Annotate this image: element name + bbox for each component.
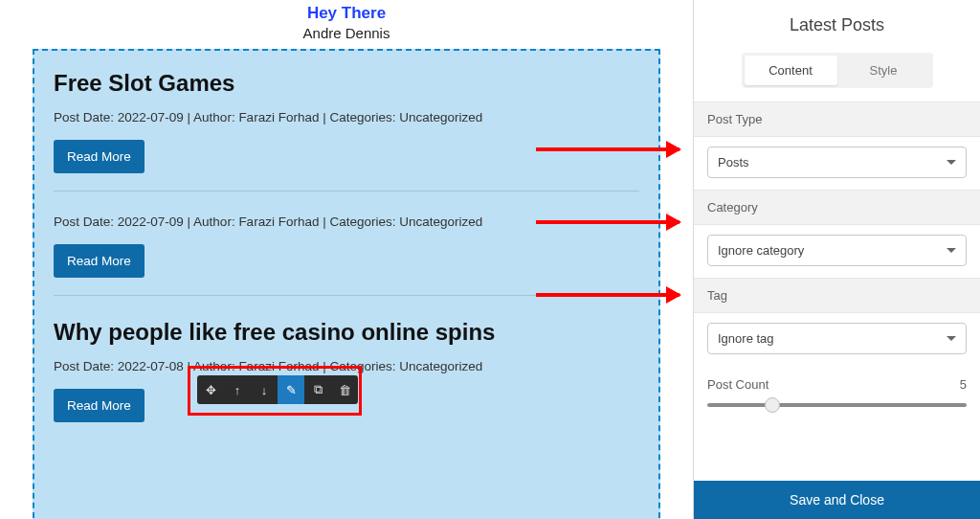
section-tag: Tag xyxy=(694,278,980,313)
section-category: Category xyxy=(694,190,980,225)
move-down-icon[interactable]: ↓ xyxy=(251,375,278,404)
post-count-value: 5 xyxy=(960,377,967,392)
duplicate-icon[interactable]: ⧉ xyxy=(304,375,331,404)
post-title: Why people like free casino online spins xyxy=(54,319,639,346)
chevron-down-icon xyxy=(947,336,956,341)
tab-content[interactable]: Content xyxy=(745,56,837,85)
page-author: Andre Dennis xyxy=(0,25,693,41)
category-value: Ignore category xyxy=(718,243,804,258)
tab-style[interactable]: Style xyxy=(837,56,930,85)
post-type-value: Posts xyxy=(718,155,749,169)
read-more-button[interactable]: Read More xyxy=(54,244,145,278)
post-item: Free Slot Games Post Date: 2022-07-09 | … xyxy=(54,70,639,192)
move-up-icon[interactable]: ↑ xyxy=(224,375,251,404)
chevron-down-icon xyxy=(947,248,956,253)
save-and-close-button[interactable]: Save and Close xyxy=(694,481,980,519)
settings-panel: Latest Posts Content Style Post Type Pos… xyxy=(693,0,980,519)
post-count-label: Post Count xyxy=(707,377,768,392)
chevron-down-icon xyxy=(947,160,956,165)
page-title: Hey There xyxy=(0,4,693,23)
post-item: Post Date: 2022-07-09 | Author: Farazi F… xyxy=(54,214,639,296)
post-title: Free Slot Games xyxy=(54,70,639,97)
element-toolbar: ✥ ↑ ↓ ✎ ⧉ 🗑 xyxy=(197,375,358,404)
section-post-type: Post Type xyxy=(694,102,980,137)
post-meta: Post Date: 2022-07-08 | Author: Farazi F… xyxy=(54,359,639,373)
panel-tabs: Content Style xyxy=(742,53,933,88)
panel-title: Latest Posts xyxy=(694,0,980,53)
post-count-row: Post Count 5 xyxy=(694,366,980,397)
category-select[interactable]: Ignore category xyxy=(707,235,967,266)
page-header: Hey There Andre Dennis xyxy=(0,0,693,49)
post-type-select[interactable]: Posts xyxy=(707,147,967,178)
read-more-button[interactable]: Read More xyxy=(54,140,145,173)
post-count-slider[interactable] xyxy=(707,403,967,407)
post-meta: Post Date: 2022-07-09 | Author: Farazi F… xyxy=(54,214,639,229)
tag-value: Ignore tag xyxy=(718,331,774,346)
move-handle-icon[interactable]: ✥ xyxy=(197,375,224,404)
read-more-button[interactable]: Read More xyxy=(54,389,145,422)
tag-select[interactable]: Ignore tag xyxy=(707,323,967,354)
delete-icon[interactable]: 🗑 xyxy=(331,375,358,404)
post-meta: Post Date: 2022-07-09 | Author: Farazi F… xyxy=(54,110,639,124)
edit-icon[interactable]: ✎ xyxy=(278,375,304,404)
slider-thumb[interactable] xyxy=(765,397,780,413)
latest-posts-widget[interactable]: Free Slot Games Post Date: 2022-07-09 | … xyxy=(33,49,660,519)
